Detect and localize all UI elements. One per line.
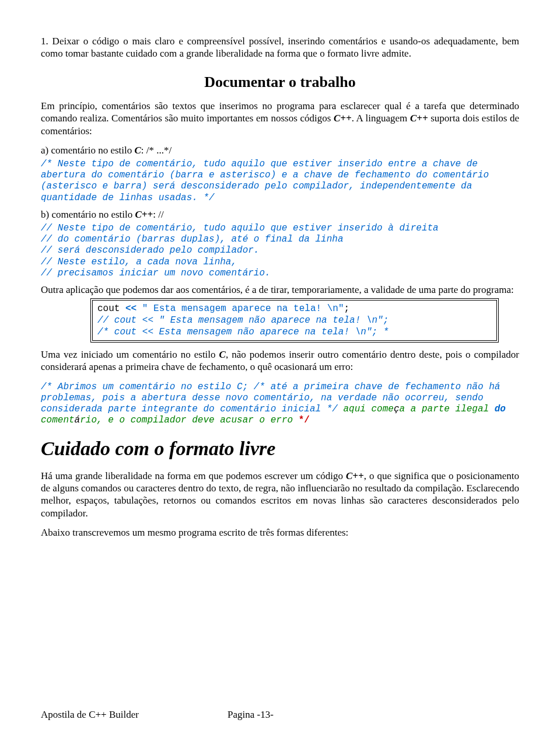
text: a) comentário no estilo — [41, 145, 135, 156]
c-ref: C — [219, 349, 226, 360]
paragraph-doc-1: Em princípio, comentários são textos que… — [41, 100, 519, 137]
paragraph-after-box: Uma vez iniciado um comentário no estilo… — [41, 348, 519, 373]
op-insert: << — [125, 303, 142, 314]
text: b) comentário no estilo — [41, 209, 135, 220]
text: . A linguagem — [352, 113, 410, 124]
code-line-3: /* cout << Esta mensagem não aparece na … — [97, 326, 492, 338]
paragraph-cuidado-1: Há uma grande liberalidade na forma em q… — [41, 470, 519, 519]
text: Há uma grande liberalidade na forma em q… — [41, 470, 346, 481]
string-literal: " Esta mensagem aparece na tela! \n" — [142, 303, 344, 314]
cpp-ref: C++ — [135, 209, 153, 220]
kw-do: do — [495, 404, 506, 414]
cpp-ref: C++ — [334, 113, 352, 124]
nested-rio: rio, e o compilador deve acusar o erro — [80, 415, 298, 425]
comment-line-2: // do comentário (barras duplas), até o … — [41, 234, 519, 245]
end-comment: */ — [299, 415, 310, 425]
code-line-2: // cout << " Esta mensagem não aparece n… — [97, 315, 492, 326]
code-box: cout << " Esta mensagem aparece na tela!… — [90, 298, 499, 343]
nested-aqui: aqui come — [338, 404, 394, 414]
page-footer: Apostila de C++ Builder Pagina -13- — [41, 708, 519, 721]
paragraph-intro: 1. Deixar o código o mais claro e compre… — [41, 35, 519, 60]
heading-cuidado: Cuidado com o formato livre — [41, 436, 519, 462]
nested-comment-block: /* Abrimos um comentário no estilo C; /*… — [41, 382, 519, 427]
text: Uma vez iniciado um comentário no estilo — [41, 349, 219, 360]
footer-left: Apostila de C++ Builder — [41, 708, 139, 721]
comment-line-5: // precisamos iniciar um novo comentário… — [41, 268, 519, 279]
text: : // — [153, 209, 163, 220]
c-ref: C — [135, 145, 141, 156]
comment-block-c-style: /* Neste tipo de comentário, tudo aquilo… — [41, 159, 519, 204]
section-title-documentar: Documentar o trabalho — [41, 73, 519, 92]
cpp-ref: C++ — [346, 470, 364, 481]
paragraph-cuidado-2: Abaixo transcrevemos um mesmo programa e… — [41, 526, 519, 539]
comment-line-4: // Neste estilo, a cada nova linha, — [41, 257, 519, 268]
semicolon: ; — [344, 303, 349, 314]
comment-line-1: // Neste tipo de comentário, tudo aquilo… — [41, 223, 519, 234]
item-b-label: b) comentário no estilo C++: // — [41, 208, 519, 221]
paragraph-other-use: Outra aplicação que podemos dar aos come… — [41, 284, 519, 296]
comment-line-3: // será desconsiderado pelo compilador. — [41, 245, 519, 256]
item-a-label: a) comentário no estilo C: /* ...*/ — [41, 144, 519, 156]
code-line-1: cout << " Esta mensagem aparece na tela!… — [97, 303, 492, 315]
footer-page-number: Pagina -13- — [228, 708, 274, 721]
a-accent: á — [75, 415, 80, 425]
cpp-ref: C++ — [410, 113, 428, 124]
c-cedilla: ç — [394, 404, 400, 414]
text: : /* ...*/ — [141, 145, 172, 156]
kw-cout: cout — [97, 303, 125, 314]
nested-ilegal-a: a a parte ilegal — [400, 404, 495, 414]
